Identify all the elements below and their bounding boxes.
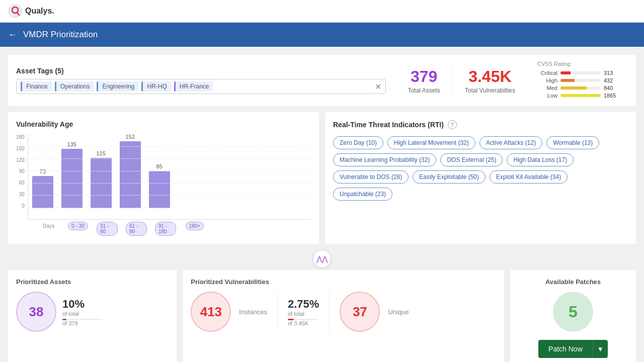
bar-group-0-30: 73 (32, 168, 53, 219)
back-button[interactable]: ← (8, 30, 17, 40)
patch-count: 5 (569, 303, 578, 321)
x-label-180plus: 180+ (184, 222, 205, 236)
cvss-low-bar (560, 94, 601, 97)
middle-section: Vulnerability Age 180 150 120 90 60 30 0 (8, 112, 636, 244)
prioritized-assets-card: Prioritized Assets 38 10% of total of 37… (8, 270, 177, 362)
cvss-high-bar (560, 79, 575, 82)
rti-title: Real-Time Threat Indicators (RTI) (333, 121, 444, 129)
rti-tag-active-attacks[interactable]: Active Attacks (12) (479, 136, 542, 149)
pill-91-180[interactable]: 91 - 180 (155, 222, 176, 236)
y-tick-30: 30 (19, 192, 25, 197)
cvss-high-label: High (537, 77, 557, 83)
assets-stat-info: 10% of total of 379 (62, 298, 103, 326)
y-tick-180: 180 (16, 134, 25, 140)
patch-now-btn-group[interactable]: Patch Now ▼ (538, 340, 608, 358)
prioritized-vulns-title: Prioritized Vulnerabilities (191, 278, 496, 286)
vulns-of-total: of total (288, 311, 319, 317)
pill-31-60[interactable]: 31 - 60 (97, 222, 118, 236)
rti-tags: Zero Day (10) High Lateral Movement (32)… (333, 136, 628, 201)
rti-tag-exploit-kit[interactable]: Exploit Kit Available (34) (490, 170, 568, 184)
bar-31-60 (61, 149, 83, 208)
x-label-91-180: 91 - 180 (155, 222, 176, 236)
asset-tags-section: Asset Tags (5) Finance Operations Engine… (8, 55, 636, 106)
rti-tag-high-data-loss[interactable]: High Data Loss (17) (507, 153, 574, 166)
bar-value-91-180: 152 (126, 134, 135, 140)
stats-area: 379 Total Assets 3.45K Total Vulnerabilt… (396, 63, 527, 98)
total-assets-label: Total Assets (408, 87, 440, 94)
tag-finance[interactable]: Finance (21, 81, 52, 92)
tags-input-row[interactable]: Finance Operations Engineering HR-HQ HR-… (16, 79, 386, 94)
pill-0-30[interactable]: 0 - 30 (68, 222, 88, 230)
vulns-unique-circle: 37 (340, 292, 380, 332)
bar-group-31-60: 135 (61, 141, 83, 219)
cvss-critical-bar-wrap (560, 71, 601, 74)
rti-tag-unpatchable[interactable]: Unpatchable (23) (333, 188, 392, 201)
main-content: Asset Tags (5) Finance Operations Engine… (0, 47, 644, 362)
logo: Qualys. (8, 4, 54, 18)
bar-value-0-30: 73 (40, 168, 46, 174)
stat-divider (277, 292, 278, 332)
tag-engineering[interactable]: Engineering (97, 81, 138, 92)
stat-divider-2 (329, 292, 330, 332)
assets-of-total: of total (62, 311, 103, 317)
cvss-low: Low 1865 (537, 93, 628, 99)
patch-now-dropdown-button[interactable]: ▼ (593, 340, 608, 358)
prioritized-assets-title: Prioritized Assets (16, 278, 169, 286)
total-vulns-value: 3.45K (465, 67, 515, 86)
total-assets-stat: 379 Total Assets (396, 63, 453, 98)
pill-61-90[interactable]: 61 - 90 (126, 222, 147, 236)
assets-big-number: 38 (29, 304, 44, 320)
rti-header: Real-Time Threat Indicators (RTI) ? (333, 120, 628, 129)
page-header: ← VMDR Prioritization (0, 23, 644, 47)
rti-tag-ml-prob[interactable]: Machine Learning Probability (32) (333, 153, 436, 166)
vuln-age-title: Vulnerability Age (16, 120, 311, 128)
cvss-high: High 432 (537, 77, 628, 83)
collapse-button[interactable]: ⋀⋀ (313, 250, 331, 268)
total-vulns-stat: 3.45K Total Vulnerabilties (453, 63, 527, 98)
bar-value-31-60: 135 (67, 141, 76, 147)
pill-180plus[interactable]: 180+ (186, 222, 204, 230)
bar-91-180 (120, 141, 141, 208)
patch-count-circle: 5 (553, 292, 593, 332)
bar-value-61-90: 115 (97, 150, 106, 156)
assets-of-379: of 379 (62, 320, 103, 326)
rti-tag-vuln-dos[interactable]: Vulnerable to DOS (28) (333, 170, 409, 184)
cvss-med-bar-wrap (560, 86, 601, 89)
x-label-61-90: 61 - 90 (126, 222, 147, 236)
cvss-med-bar (560, 86, 587, 89)
rti-tag-wormable[interactable]: Wormable (13) (546, 136, 599, 149)
cvss-title: CVSS Rating: (537, 61, 628, 67)
tag-hr-hq[interactable]: HR-HQ (141, 81, 171, 92)
prioritized-vulns-card: Prioritized Vulnerabilities 413 Instance… (183, 270, 504, 362)
bar-0-30 (32, 176, 53, 208)
vulns-pct: 2.75% (288, 298, 319, 311)
vulns-instances-number: 413 (200, 304, 222, 320)
bar-61-90 (91, 158, 112, 208)
rti-tag-zero-day[interactable]: Zero Day (10) (333, 136, 383, 149)
rti-tag-dos-external[interactable]: DOS External (25) (440, 153, 503, 166)
cvss-med: Med 840 (537, 85, 628, 91)
bar-group-180plus: 85 (149, 163, 170, 219)
rti-tag-easily-exploitable[interactable]: Easily Exploitable (50) (413, 170, 486, 184)
y-tick-150: 150 (16, 146, 25, 151)
cvss-low-bar-wrap (560, 94, 601, 97)
y-tick-60: 60 (19, 180, 25, 186)
rti-tag-high-lateral[interactable]: High Lateral Movement (32) (387, 136, 475, 149)
tag-operations[interactable]: Operations (55, 81, 94, 92)
vuln-age-card: Vulnerability Age 180 150 120 90 60 30 0 (8, 112, 319, 244)
bar-180plus (149, 171, 170, 208)
x-label-31-60: 31 - 60 (97, 222, 118, 236)
cvss-critical-label: Critical (537, 70, 557, 76)
assets-circle: 38 (16, 292, 56, 332)
cvss-critical-count: 313 (604, 70, 619, 76)
cvss-med-label: Med (537, 85, 557, 91)
page-title: VMDR Prioritization (23, 30, 98, 40)
clear-tags-button[interactable]: ✕ (375, 82, 381, 92)
y-tick-0: 0 (22, 203, 25, 209)
available-patches-card: Available Patches 5 Patch Now ▼ (510, 270, 636, 362)
rti-help-icon[interactable]: ? (448, 120, 457, 129)
bottom-stats-section: Prioritized Assets 38 10% of total of 37… (8, 270, 636, 362)
patch-now-button[interactable]: Patch Now (538, 340, 593, 358)
tag-hr-france[interactable]: HR-France (174, 81, 213, 92)
vulns-unique-number: 37 (353, 304, 367, 320)
